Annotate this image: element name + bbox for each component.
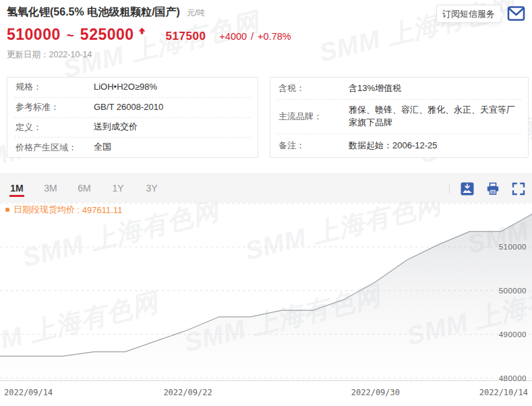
- price-range-tilde: ~: [67, 28, 74, 43]
- chart-range-tabbar: 1M3M6M1Y3Y: [0, 173, 532, 202]
- y-axis-label: 510000: [499, 243, 527, 251]
- info-label: 价格产生区域：: [14, 142, 94, 154]
- price-chart-svg[interactable]: 5100005000004900004800002022/09/142022/0…: [0, 200, 532, 406]
- tab-3m[interactable]: 3M: [34, 174, 67, 202]
- info-label: 参考标准：: [14, 101, 94, 113]
- page-title: 氢氧化锂(56.5% 电池级粗颗粒/国产): [7, 6, 180, 18]
- price-up-icon: [138, 25, 146, 37]
- info-value: LiOH•H2O≥98%: [94, 81, 157, 94]
- info-value: 雅保、赣锋、容汇、雅化、永正、天宜等厂家旗下品牌: [349, 104, 521, 129]
- series-legend[interactable]: 日期段现货均价 : 497611.11: [5, 204, 122, 216]
- tab-3y[interactable]: 3Y: [135, 174, 169, 202]
- y-axis-label: 490000: [499, 330, 527, 339]
- x-axis-label: 2022/09/14: [4, 388, 53, 397]
- legend-marker-icon: [5, 208, 9, 212]
- x-axis-label: 2022/09/22: [163, 388, 212, 397]
- info-label: 备注：: [277, 140, 349, 152]
- tab-1m[interactable]: 1M: [0, 174, 34, 202]
- info-row: 参考标准：GB/T 26008-2010: [14, 97, 251, 117]
- info-value: GB/T 26008-2010: [94, 101, 163, 114]
- price-high: 525000: [80, 26, 134, 44]
- y-axis-label: 500000: [499, 287, 527, 295]
- mail-icon: [507, 13, 525, 24]
- price-change-separator: /: [251, 31, 254, 42]
- info-value: 送到成交价: [94, 121, 138, 134]
- price-unit: 元/吨: [187, 8, 205, 18]
- info-label: 主流品牌：: [277, 111, 349, 123]
- tab-1y[interactable]: 1Y: [101, 174, 135, 202]
- save-image-icon: [461, 182, 474, 196]
- price-low: 510000: [7, 26, 61, 44]
- info-row: 主流品牌：雅保、赣锋、容汇、雅化、永正、天宜等厂家旗下品牌: [277, 99, 521, 134]
- range-tabs: 1M3M6M1Y3Y: [0, 174, 532, 202]
- info-label: 含税：: [277, 82, 349, 94]
- toolbar-divider: [449, 183, 450, 194]
- price-detail-page: SMM 上海有色网SMM 上海有色网SMM 上海有色网SMM 上海有色网SMM …: [0, 0, 532, 406]
- y-axis-label: 480000: [499, 374, 527, 382]
- subscribe-mail-button[interactable]: [507, 5, 525, 24]
- fullscreen-icon: [512, 182, 525, 196]
- price-average: 517500: [166, 30, 206, 43]
- fullscreen-button[interactable]: [512, 182, 525, 196]
- info-row: 含税：含13%增值税: [277, 78, 521, 99]
- spec-info-panel: 规格：LiOH•H2O≥98%参考标准：GB/T 26008-2010定义：送到…: [7, 77, 258, 158]
- info-label: 规格：: [14, 81, 94, 93]
- price-change: +4000/+0.78%: [219, 31, 295, 42]
- price-row: 510000 ~ 525000 517500 +4000/+0.78%: [7, 26, 295, 44]
- info-label: 定义：: [14, 121, 94, 134]
- print-icon: [486, 182, 500, 196]
- price-change-pct: +0.78%: [258, 31, 291, 42]
- update-date-value: 2022-10-14: [49, 50, 92, 59]
- info-value: 数据起始：2006-12-25: [349, 140, 521, 152]
- legend-value: 497611.11: [82, 205, 123, 215]
- info-row: 价格产生区域：全国: [14, 137, 251, 157]
- legend-label: 日期段现货均价: [13, 204, 75, 216]
- x-axis-label: 2022/09/30: [351, 388, 400, 397]
- save-image-button[interactable]: [461, 182, 474, 196]
- info-value: 全国: [94, 141, 111, 154]
- header: 氢氧化锂(56.5% 电池级粗颗粒/国产)元/吨: [7, 5, 205, 20]
- legend-colon: :: [75, 205, 82, 215]
- tax-brand-info-panel: 含税：含13%增值税主流品牌：雅保、赣锋、容汇、雅化、永正、天宜等厂家旗下品牌备…: [270, 77, 529, 158]
- info-row: 规格：LiOH•H2O≥98%: [14, 78, 251, 97]
- x-axis-label: 2022/10/14: [479, 388, 528, 397]
- subscribe-sms-tooltip[interactable]: 订阅短信服务: [436, 5, 501, 23]
- info-row: 备注：数据起始：2006-12-25: [277, 134, 521, 157]
- print-button[interactable]: [486, 182, 500, 196]
- tab-6m[interactable]: 6M: [67, 174, 101, 202]
- update-date-row: 更新日期：2022-10-14: [7, 49, 92, 61]
- info-row: 定义：送到成交价: [14, 117, 251, 138]
- info-value: 含13%增值税: [349, 82, 521, 95]
- subscribe-sms-label: 订阅短信服务: [442, 8, 495, 20]
- price-chart-area[interactable]: 5100005000004900004800002022/09/142022/0…: [0, 200, 532, 406]
- update-date-label: 更新日期：: [7, 50, 49, 59]
- price-change-abs: +4000: [219, 31, 247, 42]
